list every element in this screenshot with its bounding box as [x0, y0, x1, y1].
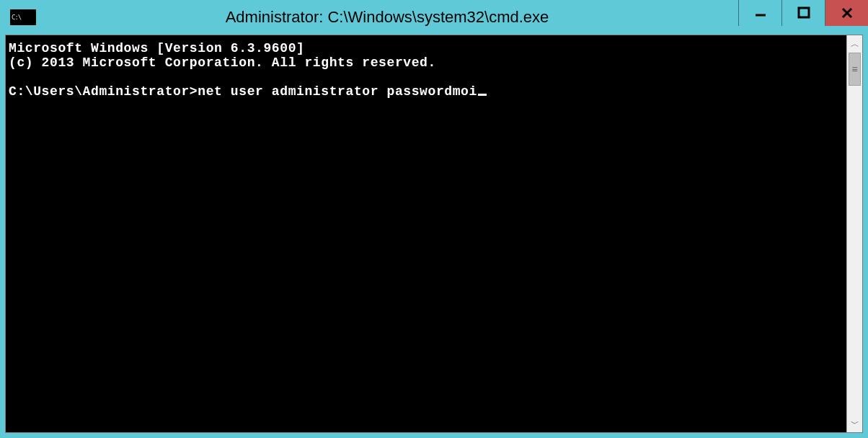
close-icon	[841, 6, 854, 19]
maximize-icon	[797, 6, 810, 19]
scroll-up-button[interactable]: ︿	[847, 35, 862, 53]
maximize-button[interactable]	[781, 0, 825, 26]
client-area: Microsoft Windows [Version 6.3.9600] (c)…	[5, 35, 863, 433]
vertical-scrollbar[interactable]: ︿ ≡ ﹀	[846, 35, 862, 432]
minimize-icon	[754, 6, 767, 19]
cursor	[478, 94, 487, 96]
cmd-icon	[10, 9, 36, 25]
svg-rect-1	[799, 8, 809, 17]
prompt: C:\Users\Administrator>	[9, 84, 198, 99]
titlebar[interactable]: Administrator: C:\Windows\system32\cmd.e…	[0, 0, 868, 35]
scroll-down-button[interactable]: ﹀	[847, 415, 862, 432]
copyright-line: (c) 2013 Microsoft Corporation. All righ…	[9, 55, 436, 70]
window-controls	[738, 0, 868, 26]
version-line: Microsoft Windows [Version 6.3.9600]	[9, 41, 304, 55]
command-input[interactable]: net user administrator passwordmoi	[198, 84, 477, 99]
scroll-grip-icon: ≡	[851, 68, 857, 71]
close-button[interactable]	[825, 0, 868, 26]
terminal-output[interactable]: Microsoft Windows [Version 6.3.9600] (c)…	[6, 35, 846, 432]
scroll-track[interactable]: ≡	[847, 53, 862, 415]
cmd-window: Administrator: C:\Windows\system32\cmd.e…	[0, 0, 868, 438]
window-title: Administrator: C:\Windows\system32\cmd.e…	[36, 8, 738, 27]
minimize-button[interactable]	[738, 0, 781, 26]
scroll-thumb[interactable]: ≡	[849, 53, 861, 86]
